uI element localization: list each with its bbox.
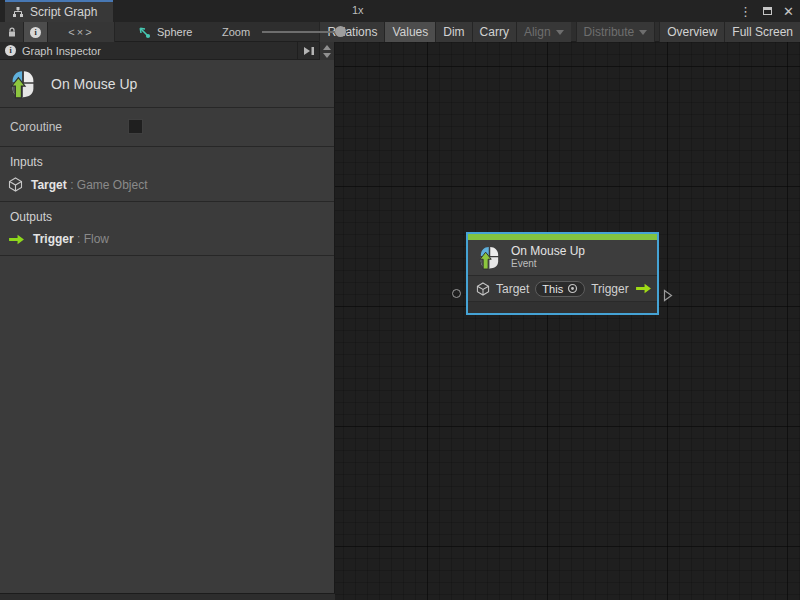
node-footer (468, 302, 657, 313)
info-icon: i (5, 45, 16, 56)
graph-toolbar: i <×> Sphere Zoom Relations Values Dim C… (0, 22, 800, 42)
node-output-port[interactable] (663, 288, 673, 306)
node-input-port[interactable] (452, 289, 461, 298)
flow-arrow-icon (635, 282, 652, 295)
window-controls: ⋮ ✕ (739, 0, 794, 22)
target-value-text: This (542, 283, 563, 295)
inspector-header-tools (297, 42, 334, 60)
node-input-label: Target (496, 282, 529, 296)
output-port-row: Trigger : Flow (0, 228, 334, 248)
coroutine-label: Coroutine (10, 120, 62, 134)
tab-script-graph[interactable]: Script Graph (5, 0, 113, 22)
input-port-name: Target (31, 178, 67, 192)
game-object-cube-icon (476, 282, 490, 296)
on-mouse-up-node[interactable]: On Mouse Up Event Target This (466, 232, 659, 315)
graph-inspector-title: Graph Inspector (22, 45, 101, 57)
unit-title: On Mouse Up (51, 76, 137, 92)
tab-label: Script Graph (30, 5, 97, 19)
align-dropdown[interactable]: Align (516, 22, 571, 42)
target-value-field[interactable]: This (535, 281, 585, 297)
script-graph-asset-icon (138, 26, 151, 39)
panel-bottom-edge (0, 593, 335, 600)
input-port-row: Target : Game Object (0, 173, 334, 194)
coroutine-row: Coroutine (0, 108, 334, 147)
node-port-row: Target This Trigger (468, 276, 657, 302)
unit-header: On Mouse Up (0, 60, 334, 108)
breadcrumb[interactable]: Sphere (138, 22, 192, 42)
dim-button[interactable]: Dim (435, 22, 471, 42)
distribute-dropdown[interactable]: Distribute (576, 22, 656, 42)
graph-inspector-panel: i Graph Inspector (0, 42, 335, 593)
preview-code-button[interactable]: <×> (48, 22, 115, 42)
lock-icon (7, 27, 17, 38)
graph-inspector-header: i Graph Inspector (0, 42, 334, 60)
close-icon[interactable]: ✕ (783, 5, 794, 18)
overview-button[interactable]: Overview (659, 22, 724, 42)
scroll-up-icon[interactable] (323, 45, 331, 50)
breadcrumb-label: Sphere (157, 26, 192, 38)
output-port-name: Trigger (33, 232, 74, 246)
carry-button[interactable]: Carry (472, 22, 516, 42)
game-object-cube-icon (8, 177, 23, 192)
code-icon: <×> (68, 26, 93, 38)
zoom-slider-label: Zoom (222, 22, 250, 42)
zoom-slider-knob[interactable] (335, 26, 346, 37)
mouse-up-icon (477, 245, 502, 270)
dock-panel-button[interactable] (297, 42, 319, 60)
scroll-down-icon[interactable] (323, 53, 331, 58)
panel-scroll-spinner[interactable] (319, 42, 334, 60)
script-graph-window: Script Graph ⋮ ✕ i <×> (0, 0, 800, 600)
values-button[interactable]: Values (384, 22, 435, 42)
inputs-header: Inputs (0, 152, 334, 173)
input-port-type: : Game Object (70, 178, 147, 192)
toolbar-right-buttons: Relations Values Dim Carry Align Distrib… (319, 22, 800, 42)
graph-canvas[interactable]: On Mouse Up Event Target This (335, 42, 800, 600)
graph-hierarchy-icon (12, 6, 24, 18)
flow-arrow-icon (8, 233, 25, 246)
maximize-icon[interactable] (763, 7, 772, 15)
lock-button[interactable] (0, 22, 24, 42)
window-menu-icon[interactable]: ⋮ (739, 5, 752, 18)
dock-icon (303, 46, 315, 56)
object-picker-icon[interactable] (567, 283, 578, 294)
outputs-section: Outputs Trigger : Flow (0, 202, 334, 256)
outputs-header: Outputs (0, 207, 334, 228)
mouse-up-icon (8, 69, 38, 99)
node-title: On Mouse Up (511, 244, 585, 258)
info-icon: i (30, 27, 41, 38)
node-header[interactable]: On Mouse Up Event (468, 240, 657, 276)
dropdown-caret-icon (556, 30, 564, 35)
zoom-slider-track[interactable] (262, 31, 346, 33)
tab-bar: Script Graph ⋮ ✕ (0, 0, 800, 22)
node-output-group: Trigger (591, 282, 652, 296)
full-screen-button[interactable]: Full Screen (724, 22, 800, 42)
node-subtitle: Event (511, 258, 585, 270)
inspector-toggle-button[interactable]: i (24, 22, 48, 42)
inputs-section: Inputs Target : Game Object (0, 147, 334, 202)
output-port-type: : Flow (77, 232, 109, 246)
dropdown-caret-icon (639, 30, 647, 35)
node-output-label: Trigger (591, 282, 629, 296)
zoom-level-value: 1x (352, 0, 364, 20)
coroutine-checkbox[interactable] (128, 119, 143, 134)
